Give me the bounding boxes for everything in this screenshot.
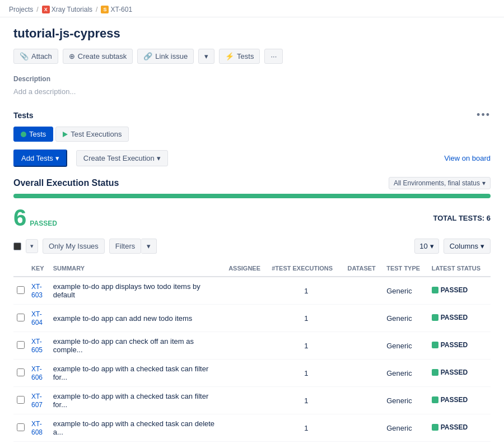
row-dataset [344,360,383,387]
row-test-type: Generic [383,332,428,360]
test-executions-tab-icon [63,132,68,137]
filters-button[interactable]: Filters [109,239,141,254]
tab-tests[interactable]: Tests [13,127,53,142]
row-assignee [225,332,268,360]
tests-panel-more[interactable]: ••• [477,109,491,121]
add-tests-group: Add Tests ▾ [13,150,67,167]
breadcrumb: Projects / X Xray Tutorials / S XT-601 [0,0,504,17]
key-link[interactable]: XT-605 [31,338,43,354]
key-link[interactable]: XT-603 [31,283,43,299]
status-label: PASSED [441,396,468,404]
row-dataset [344,387,383,414]
create-exec-label: Create Test Execution [83,154,155,162]
row-checkbox[interactable] [17,368,25,376]
create-exec-caret-icon: ▾ [157,154,161,162]
row-dataset [344,305,383,332]
create-subtask-label: Create subtask [78,52,127,60]
status-dot [432,396,438,403]
breadcrumb-xt601[interactable]: XT-601 [110,6,132,13]
select-all-checkbox[interactable] [13,242,21,250]
row-latest-status: PASSED [428,332,491,360]
row-checkbox[interactable] [17,396,25,404]
row-checkbox[interactable] [17,423,25,431]
row-checkbox[interactable] [17,286,25,294]
row-test-type: Generic [383,360,428,387]
only-my-issues-button[interactable]: Only My Issues [43,239,105,254]
columns-button[interactable]: Columns ▾ [444,239,491,254]
tests-tab-icon [21,132,26,137]
filters-caret-button[interactable]: ▾ [141,239,157,254]
tests-panel-header: Tests ••• [13,109,491,121]
breadcrumb-projects[interactable]: Projects [9,6,33,13]
tests-tab-label: Tests [29,130,46,138]
tests-table: Key Summary Assignee #Test Executions Da… [13,260,491,442]
tests-label: Tests [237,52,254,60]
row-checkbox-cell [13,360,28,387]
row-key: XT-603 [28,277,50,305]
row-summary: example to-do app can add new todo items [50,305,225,332]
row-latest-status: PASSED [428,414,491,442]
table-body: XT-603 example to-do app displays two to… [13,277,491,442]
row-summary: example to-do app with a checked task ca… [50,360,225,387]
key-link[interactable]: XT-606 [31,365,43,381]
row-checkbox[interactable] [17,341,25,349]
row-key: XT-606 [28,360,50,387]
row-test-executions: 1 [268,277,344,305]
row-checkbox-cell [13,305,28,332]
add-tests-button[interactable]: Add Tests ▾ [13,150,67,167]
row-latest-status: PASSED [428,305,491,332]
row-test-executions: 1 [268,387,344,414]
create-subtask-button[interactable]: ⊕ Create subtask [63,49,133,64]
tests-tabs: Tests Test Executions [13,127,491,142]
tests-icon: ⚡ [225,52,234,60]
breadcrumb-sep-1: / [36,6,38,13]
pagination-select[interactable]: 10 ▾ [414,239,438,254]
status-dot [432,342,438,348]
status-label: PASSED [441,423,468,431]
row-checkbox-cell [13,387,28,414]
tests-panel-title: Tests [13,111,34,120]
link-dropdown-button[interactable]: ▾ [198,49,214,64]
link-issue-button[interactable]: 🔗 Link issue [137,49,194,64]
more-button[interactable]: ··· [264,49,283,64]
th-latest-status: Latest Status [428,260,491,277]
row-test-executions: 1 [268,360,344,387]
row-checkbox[interactable] [17,314,25,321]
breadcrumb-xray-icon: X Xray Tutorials [42,6,92,13]
status-label: PASSED [441,314,468,321]
row-key: XT-604 [28,305,50,332]
row-test-type: Generic [383,305,428,332]
key-link[interactable]: XT-608 [31,420,43,436]
env-caret-icon: ▾ [482,179,486,187]
tests-button[interactable]: ⚡ Tests [219,49,260,64]
tests-panel: Tests ••• Tests Test Executions Add Test… [13,109,491,442]
page-title: tutorial-js-cypress [13,26,491,41]
attach-button[interactable]: 📎 Attach [13,49,58,64]
row-dataset [344,332,383,360]
description-placeholder[interactable]: Add a description... [13,85,491,98]
row-key: XT-607 [28,387,50,414]
row-checkbox-cell [13,414,28,442]
row-test-type: Generic [383,414,428,442]
row-test-executions: 1 [268,414,344,442]
status-badge: PASSED [432,423,468,431]
select-caret-button[interactable]: ▾ [26,239,38,253]
pagination-value: 10 [419,242,427,250]
test-executions-tab-label: Test Executions [71,130,122,138]
env-label: All Environments, final status [394,179,480,187]
status-dot [432,369,438,376]
view-on-board-link[interactable]: View on board [444,154,491,162]
overall-header: Overall Execution Status All Environment… [13,177,491,189]
tab-test-executions[interactable]: Test Executions [55,127,129,142]
breadcrumb-xray-tutorials[interactable]: Xray Tutorials [52,6,92,13]
description-section: Description Add a description... [13,75,491,98]
filter-row: ▾ Only My Issues Filters ▾ 10 ▾ Columns … [13,239,491,254]
create-test-execution-button[interactable]: Create Test Execution ▾ [76,150,168,166]
key-link[interactable]: XT-604 [31,310,43,326]
table-row: XT-608 example to-do app with a checked … [13,414,491,442]
status-dot [432,287,438,293]
key-link[interactable]: XT-607 [31,393,43,409]
attach-label: Attach [31,52,52,60]
env-selector[interactable]: All Environments, final status ▾ [389,177,491,189]
row-latest-status: PASSED [428,277,491,305]
